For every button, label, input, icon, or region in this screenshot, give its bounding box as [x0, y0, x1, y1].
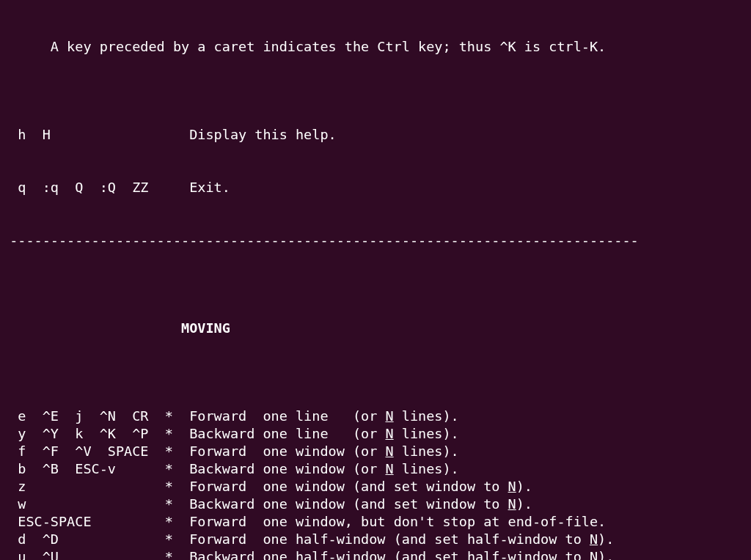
moving-row: e ^E j ^N CR * Forward one line (or N li…: [0, 408, 751, 425]
intro-caret-note: A key preceded by a caret indicates the …: [0, 38, 751, 56]
help-desc: Display this help.: [189, 127, 336, 142]
moving-heading: MOVING: [181, 320, 230, 336]
blank-line: [0, 73, 751, 91]
quit-desc: Exit.: [189, 180, 230, 195]
moving-row: f ^F ^V SPACE * Forward one window (or N…: [0, 443, 751, 460]
key-bindings: ESC-SPACE *: [1, 514, 189, 529]
moving-row: b ^B ESC-v * Backward one window (or N l…: [0, 460, 751, 478]
blank-line: [0, 267, 751, 284]
blank-line: [0, 355, 751, 372]
key-bindings: f ^F ^V SPACE *: [1, 443, 189, 459]
variable-n: N: [386, 426, 394, 441]
moving-row: w * Backward one window (and set window …: [0, 495, 751, 513]
description-post: lines).: [394, 461, 459, 476]
description-pre: Backward one window (or: [189, 461, 385, 476]
key-bindings: b ^B ESC-v *: [1, 461, 189, 476]
moving-row: ESC-SPACE * Forward one window, but don'…: [0, 513, 751, 531]
heading-indent: [1, 320, 181, 336]
moving-row: d ^D * Forward one half-window (and set …: [0, 531, 751, 548]
description-post: lines).: [394, 443, 459, 459]
description-pre: Forward one window (or: [189, 443, 385, 459]
description-pre: Forward one half-window (and set half-wi…: [189, 531, 590, 547]
variable-n: N: [590, 549, 598, 560]
variable-n: N: [590, 531, 598, 547]
key-bindings: e ^E j ^N CR *: [1, 408, 189, 424]
help-keys: h H: [1, 127, 51, 142]
quit-keys: q :q Q :Q ZZ: [1, 180, 148, 195]
description-post: ).: [516, 479, 532, 494]
description-post: lines).: [394, 426, 459, 441]
moving-row: u ^U * Backward one half-window (and set…: [0, 548, 751, 560]
moving-row: z * Forward one window (and set window t…: [0, 478, 751, 495]
description-pre: Backward one window (and set window to: [189, 496, 508, 512]
description-post: lines).: [394, 408, 459, 424]
help-line: h H Display this help.: [0, 126, 751, 144]
description-pre: Backward one half-window (and set half-w…: [189, 549, 590, 560]
key-bindings: d ^D *: [1, 531, 189, 547]
spacer: [51, 127, 189, 142]
description-pre: Forward one window (and set window to: [189, 479, 508, 494]
variable-n: N: [386, 461, 394, 476]
key-bindings: w *: [1, 496, 189, 512]
key-bindings: u ^U *: [1, 549, 189, 560]
variable-n: N: [508, 479, 516, 494]
spacer: [148, 180, 189, 195]
description-post: ).: [598, 531, 614, 547]
description-pre: Backward one line (or: [189, 426, 385, 441]
description-pre: Forward one window, but don't stop at en…: [189, 514, 606, 529]
description-post: ).: [516, 496, 532, 512]
key-bindings: z *: [1, 479, 189, 494]
terminal-viewport[interactable]: A key preceded by a caret indicates the …: [0, 0, 751, 560]
variable-n: N: [508, 496, 516, 512]
description-pre: Forward one line (or: [189, 408, 385, 424]
key-bindings: y ^Y k ^K ^P *: [1, 426, 189, 441]
section-rule: ----------------------------------------…: [0, 232, 751, 249]
variable-n: N: [386, 408, 394, 424]
moving-row: y ^Y k ^K ^P * Backward one line (or N l…: [0, 425, 751, 443]
variable-n: N: [386, 443, 394, 459]
description-post: ).: [598, 549, 614, 560]
moving-heading-line: MOVING: [0, 320, 751, 337]
moving-rows: e ^E j ^N CR * Forward one line (or N li…: [0, 408, 751, 560]
quit-line: q :q Q :Q ZZ Exit.: [0, 179, 751, 196]
